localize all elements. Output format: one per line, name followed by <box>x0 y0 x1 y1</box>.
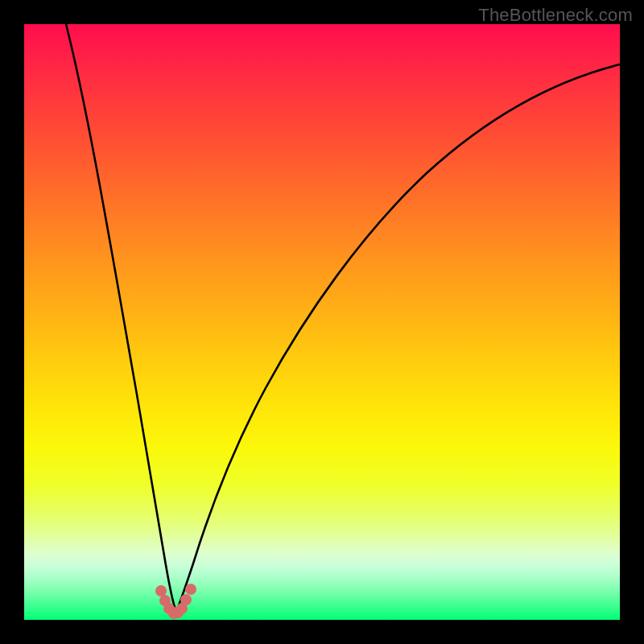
watermark-text: TheBottleneck.com <box>478 5 633 26</box>
plot-area <box>24 24 620 620</box>
svg-point-8 <box>185 584 196 595</box>
bottleneck-curve <box>66 24 620 612</box>
svg-point-0 <box>155 585 167 597</box>
svg-point-7 <box>180 594 192 605</box>
bottleneck-curve-svg <box>24 24 620 620</box>
optimal-region-markers <box>155 584 196 619</box>
